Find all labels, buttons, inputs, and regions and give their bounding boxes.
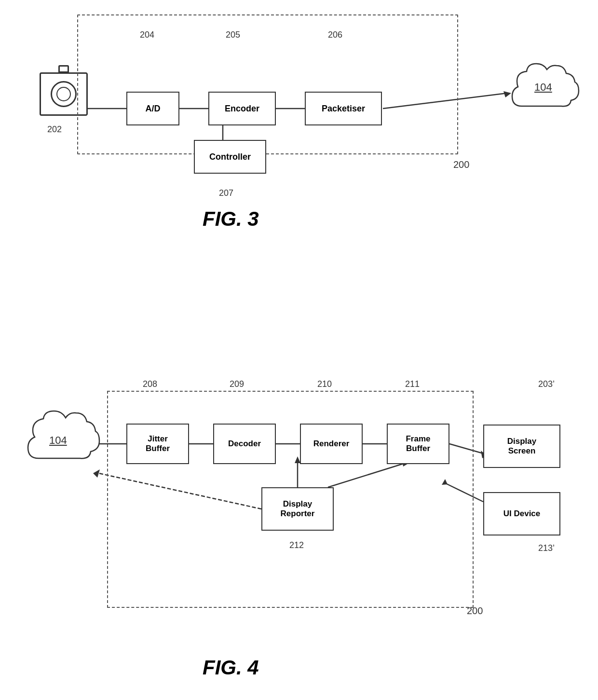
fig4-displayscreen-label: Display Screen bbox=[507, 437, 536, 456]
fig4-renderer-box: Renderer bbox=[300, 424, 363, 464]
fig4-title: FIG. 4 bbox=[203, 656, 259, 679]
ref-211: 211 bbox=[405, 379, 420, 389]
fig4-cloud-label: 104 bbox=[49, 434, 67, 446]
fig3-boundary bbox=[77, 14, 458, 154]
fig4-jitter-box: Jitter Buffer bbox=[126, 424, 189, 464]
fig4-jitter-label: Jitter Buffer bbox=[146, 434, 170, 453]
fig3-encoder-label: Encoder bbox=[225, 104, 259, 114]
ref-205: 205 bbox=[226, 30, 240, 40]
ref-203: 203’ bbox=[538, 379, 555, 389]
ref-210: 210 bbox=[317, 379, 332, 389]
ref-208: 208 bbox=[143, 379, 157, 389]
fig3-ad-box: A/D bbox=[126, 92, 179, 125]
fig3-packetiser-label: Packetiser bbox=[322, 104, 365, 114]
fig4-displayreporter-label: Display Reporter bbox=[281, 499, 315, 519]
fig4-decoder-label: Decoder bbox=[228, 439, 261, 449]
fig3-encoder-box: Encoder bbox=[208, 92, 276, 125]
ref-209: 209 bbox=[230, 379, 244, 389]
ref-104-fig3: 104 bbox=[534, 81, 552, 94]
ref-206: 206 bbox=[328, 30, 342, 40]
fig4-renderer-label: Renderer bbox=[313, 439, 350, 449]
fig3-controller-box: Controller bbox=[194, 140, 266, 174]
fig4-framebuffer-label: Frame Buffer bbox=[406, 434, 430, 453]
camera-lens bbox=[51, 81, 77, 107]
ref-200-fig3: 200 bbox=[453, 159, 469, 170]
diagram-container: 202 200 A/D 204 Encoder 205 Packetiser 2… bbox=[0, 0, 598, 700]
fig4-decoder-box: Decoder bbox=[213, 424, 276, 464]
fig3-cloud-label: 104 bbox=[534, 81, 552, 93]
ref-212: 212 bbox=[289, 540, 304, 550]
fig4-framebuffer-box: Frame Buffer bbox=[387, 424, 449, 464]
fig4-uidevice-box: UI Device bbox=[483, 492, 560, 535]
fig3-title: FIG. 3 bbox=[203, 207, 259, 231]
fig3-controller-label: Controller bbox=[209, 152, 251, 162]
ref-104-fig4: 104 bbox=[49, 434, 67, 447]
fig3-ad-label: A/D bbox=[146, 104, 161, 114]
camera-top bbox=[58, 65, 69, 73]
camera-lens-inner bbox=[56, 87, 71, 101]
ref-204: 204 bbox=[140, 30, 154, 40]
ref-213: 213’ bbox=[538, 543, 555, 553]
ref-202: 202 bbox=[47, 124, 62, 135]
fig4-displayreporter-box: Display Reporter bbox=[261, 487, 334, 531]
fig4-uidevice-label: UI Device bbox=[503, 509, 541, 519]
ref-200-fig4: 200 bbox=[467, 605, 483, 617]
ref-207: 207 bbox=[219, 188, 233, 198]
fig3-packetiser-box: Packetiser bbox=[305, 92, 382, 125]
fig4-displayscreen-box: Display Screen bbox=[483, 425, 560, 468]
